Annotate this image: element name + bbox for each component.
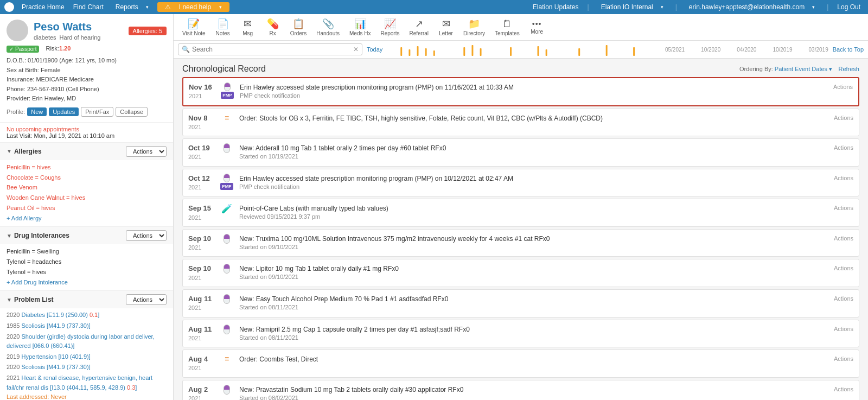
record-main-8: New: Ramipril 2.5 mg Cap 1 capsule orall… (239, 325, 827, 334)
record-actions-4[interactable]: Actions (834, 204, 853, 211)
problem-list-header[interactable]: ▼ Problem List Actions (0, 291, 173, 308)
toolbar-visit-note[interactable]: 📝 Visit Note (178, 16, 210, 38)
nav-reports[interactable]: Reports ▾ (109, 3, 155, 11)
allergy-item[interactable]: Penicillin = hives (7, 162, 167, 173)
add-drug-intolerance-link[interactable]: + Add Drug Intolerance (7, 279, 68, 285)
problem-link[interactable]: Hypertension [I10 (401.9)] (22, 353, 91, 360)
toolbar-handouts[interactable]: 📎 Handouts (312, 16, 344, 38)
logo-icon: E (4, 2, 14, 12)
record-actions-6[interactable]: Actions (834, 264, 853, 271)
nav-find-chart[interactable]: Find Chart (70, 3, 107, 11)
nav-elation-updates[interactable]: Elation Updates (529, 3, 582, 11)
problem-link[interactable]: Shoulder (girdle) dystocia during labor … (7, 333, 155, 350)
problem-link[interactable]: Scoliosis [M41.9 (737.30)] (22, 364, 91, 370)
record-date-3: Oct 12 2021 (188, 174, 214, 192)
nav-logout[interactable]: Log Out (834, 3, 864, 11)
timeline-date-3[interactable]: 04/2020 (737, 47, 756, 53)
btn-updates[interactable]: Updates (49, 107, 79, 116)
problem-list-section: ▼ Problem List Actions 2020 Diabetes [E1… (0, 290, 173, 400)
btn-collapse[interactable]: Collapse (116, 107, 148, 117)
referral-label: Referral (409, 30, 429, 36)
record-actions-0[interactable]: Actions (833, 82, 853, 90)
record-entry-5: Sep 10 2021 New: Truxima 100 mg/10ML Sol… (182, 229, 859, 257)
toolbar-notes[interactable]: 📄 Notes (211, 16, 235, 38)
timeline-date-4[interactable]: 10/2019 (773, 47, 792, 53)
timeline-today[interactable]: Today (367, 46, 382, 53)
allergies-actions-dropdown[interactable]: Actions (126, 146, 167, 157)
problem-link[interactable]: Diabetes [E11.9 (250.00) 0.1] (22, 312, 100, 318)
problem-link[interactable]: Scoliosis [M41.9 (737.30)] (22, 322, 91, 329)
add-allergy-link[interactable]: + Add Allergy (7, 215, 42, 221)
toolbar-letter[interactable]: ✉ Letter (434, 16, 458, 38)
nav-help[interactable]: ⚠ I need help ▾ (157, 2, 229, 12)
tag-hearing: Hard of hearing (60, 34, 101, 41)
toolbar-msg[interactable]: ✉ Msg (236, 16, 260, 38)
toolbar-referral[interactable]: ↗ Referral (405, 16, 433, 38)
sidebar: Peso Watts diabetes Hard of hearing Alle… (0, 14, 174, 400)
timeline-date-2[interactable]: 10/2020 (701, 47, 720, 53)
ordering-by-link[interactable]: Patient Event Dates ▾ (775, 66, 832, 72)
allergies-header[interactable]: ▼ Allergies Actions (0, 143, 173, 160)
toolbar-meds-hx[interactable]: 📊 Meds Hx (345, 16, 375, 38)
directory-label: Directory (463, 30, 485, 36)
drug-intolerances-actions-dropdown[interactable]: Actions (126, 230, 167, 241)
svg-rect-3 (425, 48, 427, 56)
nav-practice-home[interactable]: Practice Home (18, 3, 68, 11)
problem-list-actions-dropdown[interactable]: Actions (126, 294, 167, 305)
record-main-2: New: Adderall 10 mg Tab 1 tablet orally … (239, 143, 827, 153)
record-actions-1[interactable]: Actions (834, 113, 853, 121)
allergy-item[interactable]: Bee Venom (7, 182, 167, 193)
record-date-4: Sep 15 2021 (188, 204, 214, 222)
problem-item: 2019 Hypertension [I10 (401.9)] (7, 352, 167, 362)
btn-new[interactable]: New (27, 107, 47, 116)
record-actions-2[interactable]: Actions (834, 143, 853, 151)
toolbar-templates[interactable]: 🗒 Templates (490, 17, 524, 38)
record-actions-3[interactable]: Actions (834, 174, 853, 181)
no-appt-link[interactable]: No upcoming appointments (7, 126, 79, 132)
toolbar-reports-icon: 📈 (384, 18, 396, 30)
toolbar-directory[interactable]: 📁 Directory (459, 16, 489, 38)
record-entry-6: Sep 10 2021 New: Lipitor 10 mg Tab 1 tab… (182, 259, 859, 287)
drug-intolerances-header[interactable]: ▼ Drug Intolerances Actions (0, 227, 173, 244)
timeline-bars[interactable] (387, 43, 661, 56)
allergies-toggle-icon: ▼ (7, 148, 12, 154)
back-to-top-link[interactable]: Back to Top (833, 46, 864, 53)
orders-label: Orders (290, 30, 307, 36)
allergy-item[interactable]: Chocolate = Coughs (7, 173, 167, 183)
more-icon: ••• (532, 20, 542, 28)
patient-provider: Provider: Erin Hawley, MD (7, 94, 167, 104)
timeline-date-1[interactable]: 05/2021 (665, 47, 685, 53)
search-box: 🔍 ✕ (178, 43, 362, 55)
drug-intolerances-section: ▼ Drug Intolerances Actions Penicillin =… (0, 226, 173, 290)
search-input[interactable] (192, 46, 353, 53)
record-actions-7[interactable]: Actions (834, 294, 853, 302)
btn-printfax[interactable]: Print/Fax (81, 107, 113, 117)
refresh-link[interactable]: Refresh (838, 66, 859, 72)
toolbar-rx[interactable]: 💊 Rx (261, 16, 285, 38)
toolbar-reports[interactable]: 📈 Reports (376, 16, 404, 38)
nav-user-email[interactable]: erin.hawley+apptest@elationhealth.com ▾ (682, 3, 821, 11)
search-clear-icon[interactable]: ✕ (353, 46, 359, 53)
allergy-item[interactable]: Peanut Oil = hives (7, 203, 167, 213)
record-icon-4: 🧪 (221, 204, 233, 214)
record-actions-9[interactable]: Actions (834, 354, 853, 362)
templates-icon: 🗒 (502, 18, 512, 30)
record-icon-2 (221, 143, 233, 153)
record-icon-8 (221, 325, 233, 334)
drug-item: Penicillin = Swelling (7, 246, 167, 257)
risk-badge: Risk: 1.20 (46, 45, 71, 52)
record-actions-8[interactable]: Actions (834, 325, 853, 332)
directory-icon: 📁 (468, 18, 480, 30)
pill-capsule-icon (224, 174, 230, 182)
problem-link[interactable]: Heart & renal disease, hypertensive beni… (7, 374, 152, 391)
record-date-9: Aug 4 2021 (188, 354, 214, 373)
toolbar-more[interactable]: ••• More (525, 18, 549, 36)
record-actions-10[interactable]: Actions (834, 385, 853, 392)
allergy-item[interactable]: Wooden Cane Walnut = hives (7, 193, 167, 203)
record-actions-5[interactable]: Actions (834, 234, 853, 242)
toolbar-orders[interactable]: 📋 Orders (286, 16, 311, 38)
timeline-date-5[interactable]: 03/2019 (809, 47, 828, 53)
nav-elation-io[interactable]: Elation IO Internal ▾ (595, 3, 670, 11)
content-area: 📝 Visit Note 📄 Notes ✉ Msg 💊 Rx 📋 Orders… (174, 14, 868, 400)
drug-title-text: Drug Intolerances (14, 232, 69, 239)
